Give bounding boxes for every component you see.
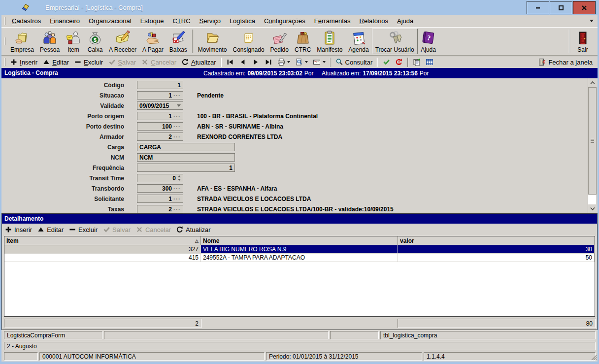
toolbar-button-pedido[interactable]: Pedido (267, 29, 292, 54)
menu-item-relatorios[interactable]: Relatórios (355, 15, 393, 27)
action-paste-icon[interactable] (410, 57, 423, 67)
ellipsis-button[interactable]: ··· (173, 125, 181, 129)
column-header-nome[interactable]: Nome (201, 236, 398, 245)
toolbar-button-manifesto[interactable]: Manifesto (314, 29, 345, 54)
action-nav-first-icon[interactable] (224, 57, 236, 67)
column-header-item[interactable]: Item△ (4, 236, 201, 245)
form-field-situacao[interactable]: 1··· (137, 91, 183, 99)
action-excluir[interactable]: Excluir (66, 225, 100, 234)
action-data-grid-icon[interactable] (423, 57, 436, 67)
action-atualizar[interactable]: Atualizar (173, 225, 213, 234)
form-field-transit-time[interactable]: 0 (137, 174, 183, 182)
toolbar-button-consignado[interactable]: Consignado (230, 29, 267, 54)
toolbar-button-movimento[interactable]: Movimento (195, 29, 230, 54)
table-row[interactable]: 327VELA BIG NUMERO ROSA N.930 (4, 245, 595, 254)
action-salvar[interactable]: Salvar (100, 225, 133, 234)
action-consultar[interactable]: Consultar (333, 57, 375, 67)
action-cancelar[interactable]: Cancelar (138, 57, 179, 67)
action-atualizar[interactable]: Atualizar (179, 57, 219, 67)
table-row[interactable]: 415249552A - TAMPA PARA ADAPTACAO50 (4, 254, 595, 262)
menu-item-servico[interactable]: Serviço (195, 15, 225, 27)
action-nav-next-icon[interactable] (249, 57, 262, 67)
ellipsis-button[interactable]: ··· (173, 114, 181, 118)
column-header-label: Item (6, 237, 19, 244)
clipboard-icon (322, 30, 337, 46)
ellipsis-button[interactable]: ··· (173, 197, 181, 201)
menu-item-logistica[interactable]: Logística (225, 15, 260, 27)
action-cancelar[interactable]: Cancelar (133, 225, 173, 234)
spinner-buttons[interactable] (178, 175, 181, 181)
dropdown-arrow-icon[interactable] (323, 61, 326, 63)
action-salvar[interactable]: Salvar (105, 57, 138, 67)
toolbar-gripper[interactable] (4, 17, 5, 25)
action-label: Editar (47, 226, 64, 233)
action-printer-icon[interactable] (275, 57, 293, 67)
scrollbar-thumb[interactable] (588, 87, 597, 195)
menu-item-ajuda[interactable]: Ajuda (393, 15, 418, 27)
form-field-carga[interactable]: CARGA (137, 143, 235, 151)
action-editar[interactable]: Editar (40, 57, 71, 67)
toolbar-gripper[interactable] (4, 58, 5, 66)
ellipsis-button[interactable]: ··· (173, 135, 181, 139)
toolbar-button-trocar-usuario[interactable]: Trocar Usuário (372, 29, 418, 54)
form-field-frequencia[interactable]: 1 (137, 164, 235, 172)
action-mail-icon[interactable] (310, 57, 328, 67)
action-inserir[interactable]: Inserir (2, 225, 34, 234)
resize-grip-icon[interactable] (590, 354, 597, 361)
toolbar-button-a-pagar[interactable]: A Pagar (139, 29, 166, 54)
dropdown-arrow-icon[interactable] (287, 61, 290, 63)
scroll-down-button[interactable] (588, 204, 597, 213)
action-check-green-icon[interactable] (380, 57, 393, 67)
toolbar-button-baixas[interactable]: Baixas (166, 29, 190, 54)
column-header-valor[interactable]: valor (398, 236, 595, 245)
toolbar-button-a-receber[interactable]: A Receber (106, 29, 139, 54)
toolbar-button-empresa[interactable]: Empresa (7, 29, 37, 54)
form-field-solicitante[interactable]: 1··· (137, 195, 183, 203)
action-nav-last-icon[interactable] (262, 57, 275, 67)
form-field-codigo[interactable]: 1 (137, 81, 183, 89)
form-field-porto-destino[interactable]: 100··· (137, 122, 183, 131)
action-inserir[interactable]: Inserir (7, 57, 40, 67)
toolbar-button-agenda[interactable]: Agenda (345, 29, 371, 54)
close-window-button[interactable]: Fechar a janela (536, 57, 595, 67)
ellipsis-button[interactable]: ··· (173, 207, 181, 211)
maximize-button[interactable] (550, 1, 572, 14)
form-field-transbordo[interactable]: 300··· (137, 184, 183, 193)
spin-down-icon[interactable] (178, 179, 181, 181)
action-nav-prev-icon[interactable] (236, 57, 249, 67)
ellipsis-button[interactable]: ··· (173, 94, 181, 98)
toolbar-button-item[interactable]: Item (63, 29, 84, 54)
form-field-armador[interactable]: 2··· (137, 132, 183, 141)
toolbar-button-ctrc[interactable]: CTRC (292, 29, 314, 54)
chevron-down-icon[interactable] (590, 20, 594, 22)
action-refresh-alert-icon[interactable] (393, 57, 405, 67)
toolbar-gripper[interactable] (4, 37, 5, 45)
form-field-ncm[interactable]: NCM (137, 153, 235, 162)
dropdown-arrow-icon[interactable] (177, 104, 181, 107)
menu-item-estoque[interactable]: Estoque (136, 15, 168, 27)
form-field-validade[interactable]: 09/09/2015 (137, 101, 183, 110)
toolbar-button-caixa[interactable]: $Caixa (84, 29, 106, 54)
menu-item-ferramentas[interactable]: Ferramentas (310, 15, 355, 27)
dropdown-arrow-icon[interactable] (305, 61, 308, 63)
menu-item-cadastros[interactable]: Cadastros (7, 15, 45, 27)
window-controls (527, 1, 596, 14)
scroll-up-button[interactable] (588, 78, 597, 87)
toolbar-button-pessoa[interactable]: Pessoa (37, 29, 63, 54)
toolbar-button-sair[interactable]: Sair (572, 29, 594, 54)
form-field-porto-origem[interactable]: 1··· (137, 112, 183, 120)
menu-item-configuracoes[interactable]: Configurações (260, 15, 310, 27)
form-field-taxas[interactable]: 2··· (137, 205, 183, 213)
ellipsis-button[interactable]: ··· (173, 187, 181, 191)
action-excluir[interactable]: Excluir (71, 57, 105, 67)
toolbar-button-ajuda[interactable]: ?Ajuda (418, 29, 439, 54)
menu-item-ctrc[interactable]: CTRC (168, 15, 195, 27)
menu-item-financeiro[interactable]: Financeiro (45, 15, 84, 27)
close-button[interactable] (573, 1, 596, 14)
menu-item-organizacional[interactable]: Organizacional (84, 15, 136, 27)
spin-up-icon[interactable] (178, 175, 181, 177)
vertical-scrollbar[interactable] (588, 78, 596, 213)
action-print-preview-icon[interactable] (293, 57, 310, 67)
minimize-button[interactable] (527, 1, 549, 14)
action-editar[interactable]: Editar (34, 225, 66, 234)
